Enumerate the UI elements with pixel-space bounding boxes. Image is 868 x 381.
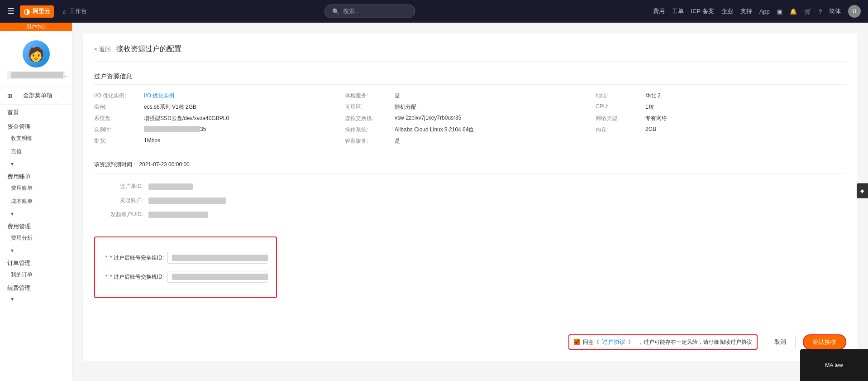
sidebar-user-area: 🧑 ████████...: [0, 31, 72, 87]
top-navigation: ☰ ◑ 阿里云 ⌂ 工作台 🔍 搜索... 费用 工单 ICP 备案 企业 支持…: [0, 0, 868, 23]
cpu-label: CPU:: [596, 103, 645, 110]
nav-breadcrumb[interactable]: ⌂ 工作台: [63, 7, 87, 15]
initiator-uid-value: ████████: [148, 212, 208, 218]
sidebar-item-cost-bills[interactable]: 费用账单: [0, 182, 72, 195]
floating-tab[interactable]: ◆: [857, 183, 868, 198]
sidebar-all-menu[interactable]: ⊞ 全部菜单项 ›: [0, 87, 72, 105]
aliyun-logo[interactable]: ◑ 阿里云: [20, 5, 54, 18]
user-avatar: 🧑: [23, 40, 50, 68]
sidebar-item-recharge[interactable]: 充值: [0, 145, 72, 158]
confirm-button[interactable]: 确认接收: [803, 334, 846, 350]
network-label: 网络类型:: [596, 115, 645, 122]
io-label: I/O 优化实例:: [94, 92, 144, 100]
sidebar-item-transactions[interactable]: 收支明细: [0, 132, 72, 145]
nav-icp[interactable]: ICP 备案: [691, 7, 714, 15]
agree-section: 同意《 过户协议 》 ，过户可能存在一定风险，请仔细阅读过户协议: [568, 334, 758, 350]
sidebar-item-my-orders[interactable]: 我的订单: [0, 268, 72, 281]
switch-field: * * 过户后账号交换机ID: ▾ ████████: [104, 271, 267, 283]
region-value: 华北 2: [645, 92, 661, 100]
instid-label: 实例Id:: [94, 126, 144, 134]
hamburger-menu[interactable]: ☰: [7, 6, 14, 16]
sidebar-item-bills-more[interactable]: ▾: [0, 208, 72, 220]
network-value: 专有网络: [645, 115, 667, 122]
sidebar-item-renewal-more[interactable]: ▾: [0, 293, 72, 305]
info-row-zone: 可用区: 随机分配: [345, 101, 596, 113]
search-box[interactable]: 🔍 搜索...: [324, 5, 415, 18]
info-row-memory: 内存: 2GB: [596, 124, 846, 135]
sidebar: 用户中心 🧑 ████████... ⊞ 全部菜单项 › 首页 资金管理 收支明…: [0, 23, 72, 381]
agree-checkbox[interactable]: [574, 339, 580, 345]
sidebar-item-cost-analysis[interactable]: 费用分析: [0, 231, 72, 245]
vswitch-value: vsw-2zeixv7j1key7rb0usr35: [395, 115, 461, 121]
agree-suffix: 》: [628, 338, 634, 346]
info-row-cpu: CPU: 1核: [596, 101, 846, 113]
nav-avatar[interactable]: U: [848, 5, 861, 18]
nav-screen-icon[interactable]: ▣: [777, 8, 782, 15]
info-row-health: 体检服务: 是: [345, 90, 596, 101]
user-center-badge: 用户中心: [0, 23, 72, 31]
info-row-io: I/O 优化实例: I/O 优化实例: [94, 90, 345, 101]
sidebar-item-cost-more[interactable]: ▾: [0, 245, 72, 256]
sidebar-section-cost-mgmt: 费用管理: [0, 220, 72, 231]
nav-fees[interactable]: 费用: [653, 7, 665, 15]
zone-label: 可用区:: [345, 103, 395, 111]
info-row-os: 操作系统: Alibaba Cloud Linux 3.2104 64位: [345, 124, 596, 135]
bandwidth-label: 带宽:: [94, 137, 144, 145]
expire-info: 该资源到期时间： 2021-07-23 00:00:00: [94, 156, 846, 174]
main-content: < 返回 接收资源过户的配置 过户资源信息 I/O 优化实例: I/O 优化实例…: [72, 23, 868, 381]
managed-value: 是: [395, 137, 400, 145]
agree-prefix: 同意《: [583, 338, 599, 346]
sidebar-arrow-icon: ›: [63, 93, 65, 98]
nav-cart-icon[interactable]: 🛒: [804, 8, 811, 15]
transfer-id-value: ████: [148, 183, 193, 190]
info-row-network: 网络类型: 专有网络: [596, 113, 846, 124]
expire-label: 该资源到期时间：: [94, 161, 138, 168]
instid-value: ████████35: [144, 126, 206, 132]
info-section-title: 过户资源信息: [94, 72, 846, 85]
info-row-instid: 实例Id: ████████35: [94, 124, 345, 135]
sidebar-item-home[interactable]: 首页: [0, 105, 72, 120]
nav-bell-icon[interactable]: 🔔: [790, 8, 797, 15]
nav-help-icon[interactable]: ?: [819, 8, 822, 15]
security-group-wrapper: ▾ ████████: [167, 252, 267, 264]
nav-language[interactable]: 简体: [829, 7, 841, 15]
os-value: Alibaba Cloud Linux 3.2104 64位: [395, 126, 474, 134]
agree-link[interactable]: 过户协议: [602, 338, 625, 346]
sidebar-item-fund-more[interactable]: ▾: [0, 158, 72, 170]
disk-label: 系统盘:: [94, 115, 144, 122]
page-title: 接收资源过户的配置: [116, 44, 181, 54]
health-value: 是: [395, 92, 400, 100]
security-group-field: * * 过户后账号安全组ID: ▾ ████████: [104, 252, 267, 264]
cancel-button[interactable]: 取消: [765, 335, 796, 349]
health-label: 体检服务:: [345, 92, 395, 100]
vswitch-label: 虚拟交换机:: [345, 115, 395, 122]
nav-app[interactable]: App: [759, 8, 770, 15]
io-value[interactable]: I/O 优化实例: [144, 92, 174, 100]
search-placeholder: 搜索...: [343, 7, 360, 15]
info-section: 过户资源信息 I/O 优化实例: I/O 优化实例 实例: ecs.s6系列 V…: [94, 72, 846, 147]
highlighted-form-box: * * 过户后账号安全组ID: ▾ ████████ *: [94, 236, 277, 298]
page-card: < 返回 接收资源过户的配置 过户资源信息 I/O 优化实例: I/O 优化实例…: [83, 34, 857, 361]
sidebar-item-cost-account[interactable]: 成本账单: [0, 195, 72, 208]
sidebar-section-orders: 订单管理: [0, 256, 72, 268]
nav-enterprise[interactable]: 企业: [721, 7, 733, 15]
search-icon: 🔍: [332, 8, 339, 15]
sidebar-section-bills: 费用账单: [0, 170, 72, 182]
transfer-id-field: 过户单ID: ████: [94, 183, 846, 190]
switch-select[interactable]: [167, 271, 267, 283]
initiator-uid-field: 发起账户UID: ████████: [94, 211, 846, 218]
nav-support[interactable]: 支持: [740, 7, 752, 15]
os-label: 操作系统:: [345, 126, 395, 134]
info-row-managed: 管家服务: 是: [345, 135, 596, 147]
sidebar-section-renewal: 续费管理: [0, 281, 72, 293]
logo-icon: ◑: [24, 7, 30, 16]
zone-value: 随机分配: [395, 103, 416, 111]
nav-ticket[interactable]: 工单: [672, 7, 684, 15]
initiator-label: 发起账户:: [94, 197, 148, 204]
transfer-id-label: 过户单ID:: [94, 183, 148, 190]
info-grid: I/O 优化实例: I/O 优化实例 实例: ecs.s6系列 V1核 2GB …: [94, 90, 846, 147]
security-group-select[interactable]: [167, 252, 267, 264]
info-row-instance: 实例: ecs.s6系列 V1核 2GB: [94, 101, 345, 113]
back-link[interactable]: < 返回: [94, 45, 111, 53]
user-name: ████████...: [7, 71, 65, 79]
